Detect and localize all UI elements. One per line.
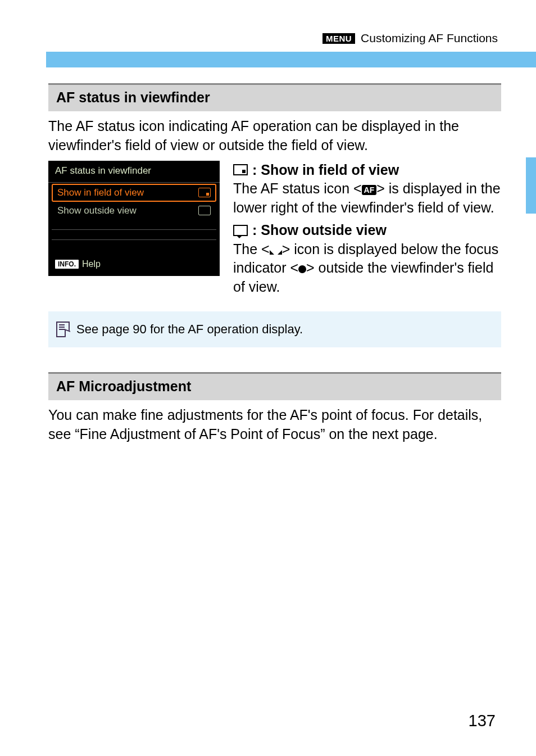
note-callout: See page 90 for the AF operation display… bbox=[48, 311, 501, 347]
menu-spacer bbox=[52, 240, 216, 250]
page-number: 137 bbox=[469, 712, 496, 730]
svg-marker-0 bbox=[270, 250, 274, 255]
body-text: The < bbox=[233, 241, 270, 257]
camera-menu-screenshot: AF status in viewfinder Show in field of… bbox=[48, 161, 220, 276]
note-icon bbox=[56, 322, 70, 337]
af-status-intro: The AF status icon indicating AF operati… bbox=[48, 116, 501, 161]
body-text: The AF status icon < bbox=[233, 180, 362, 196]
option-body-show-in-field: The AF status icon <AF> is displayed in … bbox=[233, 179, 501, 218]
menu-item-show-outside[interactable]: Show outside view bbox=[52, 202, 216, 220]
svg-marker-1 bbox=[278, 250, 282, 255]
option-heading-text: : Show in field of view bbox=[252, 161, 399, 180]
section-title-af-microadjustment: AF Microadjustment bbox=[48, 372, 501, 400]
breadcrumb: MENU Customizing AF Functions bbox=[48, 31, 501, 45]
menu-badge-icon: MENU bbox=[322, 33, 355, 44]
breadcrumb-title: Customizing AF Functions bbox=[361, 31, 498, 45]
info-button-icon: INFO. bbox=[55, 260, 79, 269]
header-divider bbox=[46, 52, 536, 67]
show-in-field-icon bbox=[198, 188, 211, 197]
show-outside-inline-icon bbox=[233, 225, 248, 236]
focus-dot-icon bbox=[298, 265, 306, 273]
corner-triangles-icon bbox=[270, 246, 282, 255]
menu-item-label: Show in field of view bbox=[57, 187, 144, 198]
section-title-af-status: AF status in viewfinder bbox=[48, 83, 501, 111]
camera-menu-title: AF status in viewfinder bbox=[48, 161, 220, 183]
camera-menu-help-row[interactable]: INFO. Help bbox=[48, 253, 220, 276]
option-body-show-outside: The <> icon is displayed below the focus… bbox=[233, 240, 501, 297]
show-outside-icon bbox=[198, 206, 211, 215]
option-heading-show-outside: : Show outside view bbox=[233, 221, 501, 240]
note-text: See page 90 for the AF operation display… bbox=[76, 322, 303, 337]
option-heading-text: : Show outside view bbox=[252, 221, 387, 240]
help-label: Help bbox=[82, 259, 101, 269]
page-container: MENU Customizing AF Functions AF status … bbox=[0, 0, 536, 756]
menu-spacer bbox=[52, 230, 216, 240]
af-badge-icon: AF bbox=[362, 185, 377, 195]
af-micro-intro: You can make fine adjustments for the AF… bbox=[48, 405, 501, 450]
menu-item-show-in-field[interactable]: Show in field of view bbox=[52, 184, 216, 202]
show-in-field-inline-icon bbox=[233, 164, 248, 175]
menu-spacer bbox=[52, 220, 216, 230]
option-heading-show-in-field: : Show in field of view bbox=[233, 161, 501, 180]
menu-item-label: Show outside view bbox=[57, 205, 137, 216]
